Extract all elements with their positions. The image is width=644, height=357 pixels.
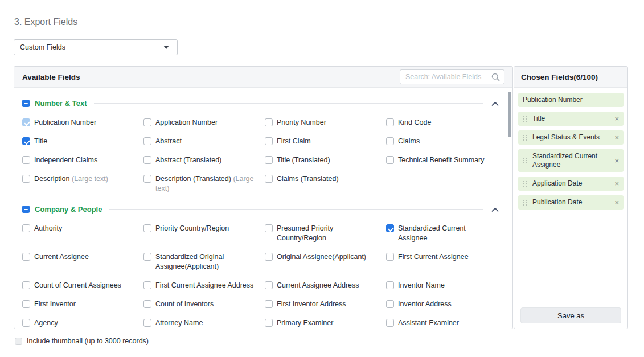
field-checkbox-item[interactable]: Standardized Original Assignee(Applicant… [143, 252, 265, 272]
checkbox[interactable] [143, 319, 151, 327]
field-label: Publication Number [34, 118, 96, 128]
field-checkbox-item[interactable]: Description (Large text) [22, 174, 143, 194]
field-checkbox-item[interactable]: Primary Examiner [265, 318, 386, 328]
field-checkbox-item[interactable]: Claims [386, 137, 499, 146]
field-checkbox-item[interactable]: Description (Translated) (Large text) [143, 174, 265, 194]
checkbox[interactable] [265, 300, 273, 308]
checkbox[interactable] [143, 224, 151, 232]
checkbox[interactable] [22, 253, 30, 261]
field-checkbox-item[interactable]: First Inventor Address [265, 299, 386, 309]
vertical-scrollbar[interactable] [508, 92, 511, 137]
checkbox[interactable] [386, 137, 394, 145]
field-checkbox-item[interactable]: Abstract [143, 137, 265, 146]
field-checkbox-item[interactable]: Claims (Translated) [265, 174, 386, 194]
field-checkbox-item[interactable]: Assistant Examiner [386, 318, 499, 328]
field-checkbox-item[interactable]: Agency [22, 318, 143, 328]
remove-field-icon[interactable]: × [614, 180, 619, 187]
section-divider-line [109, 209, 483, 210]
field-checkbox-item[interactable]: Original Assignee(Applicant) [265, 252, 386, 272]
field-checkbox-item[interactable]: First Inventor [22, 299, 143, 309]
checkbox[interactable] [143, 175, 151, 183]
field-checkbox-item[interactable]: First Current Assignee Address [143, 281, 265, 290]
checkbox[interactable] [265, 253, 273, 261]
field-preset-dropdown[interactable]: Custom Fields [14, 39, 178, 55]
field-checkbox-item[interactable]: Standardized Current Assignee [386, 224, 499, 243]
section-name: Company & People [35, 205, 102, 214]
checkbox[interactable] [22, 281, 30, 289]
field-checkbox-item[interactable]: First Current Assignee [386, 252, 499, 272]
remove-field-icon[interactable]: × [614, 115, 619, 122]
field-label: Claims [398, 137, 420, 146]
checkbox[interactable] [265, 156, 273, 164]
checkbox[interactable] [22, 118, 30, 126]
checkbox[interactable] [386, 253, 394, 261]
drag-handle-icon[interactable] [523, 116, 527, 122]
field-grid: AuthorityPriority Country/RegionPresumed… [22, 224, 499, 328]
checkbox[interactable] [143, 281, 151, 289]
remove-field-icon[interactable]: × [614, 134, 619, 141]
chevron-up-icon[interactable] [491, 101, 499, 106]
field-checkbox-item[interactable]: Kind Code [386, 118, 499, 128]
field-checkbox-item[interactable]: Current Assignee Address [265, 281, 386, 290]
checkbox[interactable] [143, 300, 151, 308]
field-label: Application Number [155, 118, 218, 128]
field-checkbox-item[interactable]: Count of Current Assignees [22, 281, 143, 290]
field-checkbox-item[interactable]: Title [22, 137, 143, 146]
checkbox[interactable] [22, 300, 30, 308]
checkbox[interactable] [265, 281, 273, 289]
chosen-field-label: Title [532, 113, 611, 124]
field-checkbox-item[interactable]: Priority Number [265, 118, 386, 128]
checkbox[interactable] [265, 175, 273, 183]
checkbox[interactable] [265, 137, 273, 145]
remove-field-icon[interactable]: × [614, 157, 619, 165]
collapse-minus-icon[interactable] [22, 206, 30, 213]
field-checkbox-item[interactable]: Technical Benefit Summary [386, 155, 499, 165]
checkbox[interactable] [143, 156, 151, 164]
field-checkbox-item[interactable]: Title (Translated) [265, 155, 386, 165]
include-thumbnail-row[interactable]: Include thumbnail (up to 3000 records) [15, 337, 149, 345]
checkbox[interactable] [265, 224, 273, 232]
field-checkbox-item[interactable]: Inventor Name [386, 281, 499, 290]
checkbox[interactable] [386, 118, 394, 126]
drag-handle-icon[interactable] [523, 200, 527, 206]
checkbox[interactable] [386, 281, 394, 289]
checkbox[interactable] [386, 224, 394, 232]
field-checkbox-item[interactable]: First Claim [265, 137, 386, 146]
checkbox[interactable] [386, 300, 394, 308]
checkbox[interactable] [143, 137, 151, 145]
field-checkbox-item[interactable]: Current Assignee [22, 252, 143, 272]
checkbox[interactable] [265, 319, 273, 327]
collapse-minus-icon[interactable] [22, 100, 30, 107]
include-thumbnail-checkbox[interactable] [15, 338, 22, 345]
field-label: Title (Translated) [277, 155, 330, 165]
chosen-field-item: Application Date× [518, 177, 624, 191]
field-checkbox-item[interactable]: Authority [22, 224, 143, 243]
search-input[interactable] [404, 72, 489, 81]
chosen-field-item: Legal Status & Events× [518, 130, 624, 145]
checkbox[interactable] [22, 175, 30, 183]
drag-handle-icon[interactable] [523, 181, 527, 187]
checkbox[interactable] [22, 319, 30, 327]
field-checkbox-item[interactable]: Count of Inventors [143, 299, 265, 309]
field-checkbox-item[interactable]: Publication Number [22, 118, 143, 128]
checkbox[interactable] [386, 319, 394, 327]
chevron-up-icon[interactable] [491, 207, 499, 212]
field-checkbox-item[interactable]: Abstract (Translated) [143, 155, 265, 165]
remove-field-icon[interactable]: × [614, 199, 619, 206]
field-checkbox-item[interactable]: Independent Claims [22, 155, 143, 165]
field-checkbox-item[interactable]: Attorney Name [143, 318, 265, 328]
drag-handle-icon[interactable] [523, 135, 527, 141]
checkbox[interactable] [22, 156, 30, 164]
save-as-button[interactable]: Save as [520, 307, 621, 323]
field-checkbox-item[interactable]: Inventor Address [386, 299, 499, 309]
checkbox[interactable] [265, 118, 273, 126]
checkbox[interactable] [22, 137, 30, 145]
checkbox[interactable] [386, 156, 394, 164]
checkbox[interactable] [143, 253, 151, 261]
checkbox[interactable] [22, 224, 30, 232]
field-checkbox-item[interactable]: Application Number [143, 118, 265, 128]
checkbox[interactable] [143, 118, 151, 126]
field-checkbox-item[interactable]: Priority Country/Region [143, 224, 265, 243]
drag-handle-icon[interactable] [523, 158, 527, 163]
field-checkbox-item[interactable]: Presumed Priority Country/Region [265, 224, 386, 243]
